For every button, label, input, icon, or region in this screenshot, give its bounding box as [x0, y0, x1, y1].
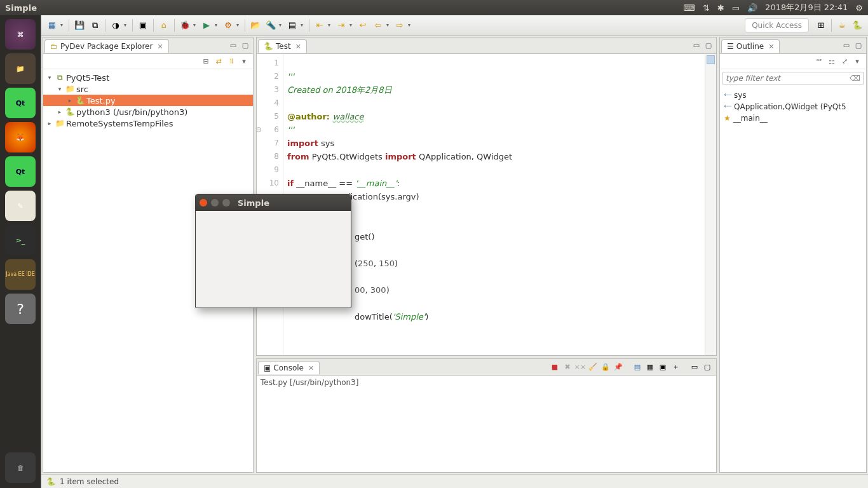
testpy-file-node[interactable]: ▸🐍Test.py [43, 95, 253, 106]
keyboard-icon[interactable]: ⌨ [683, 3, 695, 13]
python-interpreter-node[interactable]: ▸🐍python3 (/usr/bin/python3) [43, 106, 253, 118]
eclipse-ide-icon[interactable]: Java EE IDE [5, 259, 36, 290]
system-indicators[interactable]: ⌨ ⇅ ✱ ▭ 🔊 2018年2月9日 22:41 ⚙ [683, 2, 863, 13]
datetime-label[interactable]: 2018年2月9日 22:41 [765, 2, 848, 13]
scroll-lock-icon[interactable]: 🔒 [600, 362, 611, 372]
minimize-icon[interactable]: ▭ [841, 41, 851, 51]
battery-icon[interactable]: ▭ [732, 3, 740, 13]
volume-icon[interactable]: 🔊 [747, 3, 757, 13]
save-icon[interactable]: 💾 [72, 18, 86, 32]
display-selected-icon[interactable]: ▤ [632, 362, 642, 372]
task-icon[interactable]: ▤ [285, 18, 299, 32]
outline-filter-input[interactable] [726, 74, 850, 83]
src-folder-node[interactable]: ▾📁src [43, 83, 253, 95]
view-menu-icon[interactable]: ▾ [852, 57, 862, 67]
window-minimize-icon[interactable] [211, 199, 219, 207]
remove-launch-icon[interactable]: ✖ [562, 362, 573, 372]
collapse-all-icon[interactable]: ⊟ [201, 57, 211, 67]
close-icon[interactable]: ✕ [308, 364, 314, 372]
outline-item-main[interactable]: ★__main__ [724, 112, 862, 124]
maximize-icon[interactable]: ▢ [853, 41, 864, 51]
bluetooth-icon[interactable]: ✱ [717, 3, 724, 13]
nav-prev-icon[interactable]: ⇦ [371, 18, 385, 32]
dash-icon[interactable]: ⌘ [5, 19, 36, 50]
console-output[interactable]: Test.py [/usr/bin/python3] [257, 376, 716, 472]
close-icon[interactable]: ✕ [768, 43, 774, 51]
remote-systems-node[interactable]: ▸📁RemoteSystemsTempFiles [43, 118, 253, 129]
external-tools-icon[interactable]: ⚙ [221, 18, 235, 32]
close-icon[interactable]: ✕ [295, 43, 301, 51]
terminate-icon[interactable]: ■ [550, 362, 560, 372]
network-icon[interactable]: ⇅ [703, 3, 710, 13]
open-folder-icon[interactable]: 📂 [248, 18, 262, 32]
nav-fwd-icon[interactable]: ⇥ [334, 18, 348, 32]
outline-column: ☰ Outline ✕ ▭ ▢ ᵃᶻ ⚏ ⤢ ▾ [718, 36, 868, 474]
remove-all-icon[interactable]: ⨯⨯ [575, 362, 585, 372]
perspective-open-icon[interactable]: ⊞ [814, 18, 828, 32]
maximize-icon[interactable]: ▢ [240, 41, 250, 51]
console-tab[interactable]: ▣ Console ✕ [258, 361, 320, 374]
close-icon[interactable]: ✕ [157, 43, 163, 51]
ubuntu-menubar: Simple ⌨ ⇅ ✱ ▭ 🔊 2018年2月9日 22:41 ⚙ [0, 0, 868, 15]
new-icon[interactable]: ▦ [45, 18, 59, 32]
maximize-icon[interactable]: ▢ [703, 41, 714, 51]
window-close-icon[interactable] [200, 199, 207, 207]
quick-access-field[interactable]: Quick Access [745, 18, 809, 32]
project-node[interactable]: ▾⧉PyQt5-Test [43, 72, 253, 83]
help-icon[interactable]: ? [5, 294, 36, 324]
sort-icon[interactable]: ᵃᶻ [814, 57, 824, 67]
outline-filter[interactable]: ⌫ [722, 72, 864, 85]
qt-creator-icon[interactable]: Qt [5, 88, 36, 118]
editor-tab-test[interactable]: 🐍 Test ✕ [258, 39, 307, 53]
settings-gear-icon[interactable]: ⚙ [855, 3, 863, 13]
simple-app-window[interactable]: Simple [195, 194, 351, 308]
console-panel: ▣ Console ✕ ■ ✖ ⨯⨯ 🧹 🔒 📌 ▤ ▦ ▣ [256, 358, 717, 473]
trash-icon[interactable]: 🗑 [5, 452, 36, 483]
filter-icon[interactable]: ⥮ [226, 57, 236, 67]
nav-last-icon[interactable]: ↩ [356, 18, 370, 32]
overview-ruler[interactable] [705, 54, 716, 355]
terminal-icon[interactable]: >_ [5, 225, 36, 255]
outline-tab[interactable]: ☰ Outline ✕ [721, 39, 780, 53]
import-icon: ⬸ [724, 91, 731, 100]
open-type-icon[interactable]: ⌂ [157, 18, 171, 32]
clear-console-icon[interactable]: 🧹 [588, 362, 598, 372]
window-maximize-icon[interactable] [222, 199, 230, 207]
nav-back-icon[interactable]: ⇤ [313, 18, 327, 32]
minimize-icon[interactable]: ▭ [228, 41, 238, 51]
simple-titlebar[interactable]: Simple [196, 194, 351, 211]
pin-console-icon[interactable]: 📌 [613, 362, 623, 372]
save-all-icon[interactable]: ⧉ [88, 18, 102, 32]
perspective-java-icon[interactable]: ☕ [835, 18, 849, 32]
hide-fields-icon[interactable]: ⚏ [827, 57, 837, 67]
outline-list[interactable]: ⬸sys ⬸QApplication,QWidget (PyQt5 ★__mai… [720, 87, 866, 472]
new-console-icon[interactable]: ＋ [670, 362, 681, 372]
minimize-icon[interactable]: ▭ [691, 41, 702, 51]
open-console-icon[interactable]: ▣ [658, 362, 668, 372]
console-tab-label: Console [273, 363, 304, 372]
build-icon[interactable]: ◑ [109, 18, 123, 32]
search-icon[interactable]: 🔦 [264, 18, 278, 32]
files-app-icon[interactable]: 📁 [5, 53, 36, 84]
expand-icon[interactable]: ⤢ [839, 57, 850, 67]
unity-launcher: ⌘ 📁 Qt 🦊 Qt ✎ >_ Java EE IDE ? 🗑 [0, 15, 41, 488]
package-explorer-tab[interactable]: 🗀 PyDev Package Explorer ✕ [44, 39, 169, 53]
qt-assistant-icon[interactable]: Qt [5, 156, 36, 187]
minimize-icon[interactable]: ▭ [689, 362, 700, 372]
view-menu-icon[interactable]: ▾ [239, 57, 249, 67]
outline-item-sys[interactable]: ⬸sys [724, 90, 862, 101]
folder-icon: 🗀 [50, 42, 58, 51]
toggle-icon[interactable]: ▣ [136, 18, 150, 32]
outline-icon: ☰ [727, 42, 734, 51]
outline-item-qapplication[interactable]: ⬸QApplication,QWidget (PyQt5 [724, 101, 862, 112]
firefox-icon[interactable]: 🦊 [5, 122, 36, 152]
run-icon[interactable]: ▶ [200, 18, 214, 32]
debug-icon[interactable]: 🐞 [178, 18, 192, 32]
show-console-icon[interactable]: ▦ [645, 362, 655, 372]
clear-filter-icon[interactable]: ⌫ [850, 74, 860, 83]
text-editor-icon[interactable]: ✎ [5, 191, 36, 221]
nav-next-icon[interactable]: ⇨ [393, 18, 407, 32]
maximize-icon[interactable]: ▢ [702, 362, 712, 372]
perspective-pydev-icon[interactable]: 🐍 [850, 18, 864, 32]
link-editor-icon[interactable]: ⇄ [214, 57, 224, 67]
